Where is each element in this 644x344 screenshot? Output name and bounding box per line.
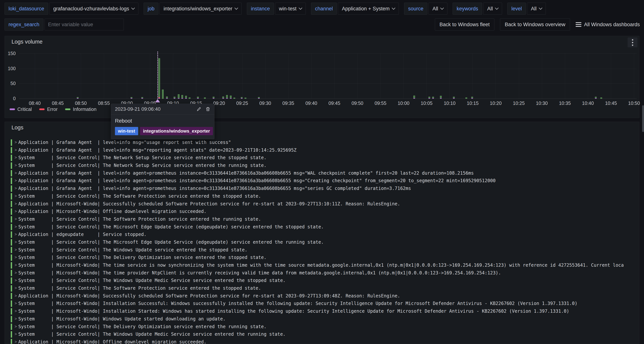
- page-scrollbar-thumb[interactable]: [642, 105, 644, 132]
- expand-chevron-icon[interactable]: >: [14, 186, 17, 190]
- variable-value-dropdown[interactable]: win-test: [275, 3, 306, 15]
- chart-bar-info[interactable]: [241, 97, 242, 98]
- log-row[interactable]: >System | Microsoft-Windo| Installation …: [5, 308, 639, 315]
- log-row[interactable]: >System | Service Control| The Software …: [5, 193, 639, 200]
- chart-bar-info[interactable]: [141, 97, 143, 98]
- log-row[interactable]: >Application | Grafana Agent | level=inf…: [5, 147, 639, 154]
- annotation-marker-icon[interactable]: [155, 99, 160, 102]
- expand-chevron-icon[interactable]: >: [14, 232, 17, 237]
- chart-bar-crit[interactable]: [413, 98, 415, 99]
- variable-value-dropdown[interactable]: All: [483, 3, 502, 15]
- chart-bar-info[interactable]: [413, 96, 415, 98]
- chart-bar-info[interactable]: [174, 97, 175, 98]
- variable-value-dropdown[interactable]: grafanacloud-vzhuravlevlabs-logs: [49, 3, 138, 15]
- legend-item-error[interactable]: Error: [39, 107, 58, 112]
- legend-item-information[interactable]: Information: [65, 107, 96, 112]
- variable-value-dropdown[interactable]: All: [527, 3, 546, 15]
- log-row[interactable]: >System | Microsoft-Windo| Installation …: [5, 300, 639, 308]
- expand-chevron-icon[interactable]: >: [14, 148, 17, 152]
- chart-bar-crit[interactable]: [141, 98, 143, 99]
- expand-chevron-icon[interactable]: >: [14, 263, 17, 267]
- back-to-windows-overview-button[interactable]: Back to Windows overview: [500, 18, 570, 30]
- chart-bar-crit[interactable]: [174, 98, 175, 99]
- chart-bar-info[interactable]: [428, 97, 430, 98]
- chart-bar-info[interactable]: [471, 97, 473, 98]
- expand-chevron-icon[interactable]: >: [14, 271, 17, 275]
- chart-bar-crit[interactable]: [230, 98, 232, 99]
- chart-bar-info[interactable]: [185, 96, 187, 98]
- chart-bar-info[interactable]: [226, 95, 228, 98]
- expand-chevron-icon[interactable]: >: [14, 255, 17, 260]
- log-row[interactable]: >System | Microsoft-Windo| The time prov…: [5, 269, 639, 277]
- chart-bar-info[interactable]: [197, 97, 199, 98]
- log-row[interactable]: >System | Service Control| The Network S…: [5, 154, 639, 162]
- expand-chevron-icon[interactable]: >: [14, 201, 17, 206]
- chart-bar-info[interactable]: [130, 97, 132, 98]
- chart-bar-crit[interactable]: [197, 98, 199, 99]
- expand-chevron-icon[interactable]: >: [14, 155, 17, 160]
- log-row[interactable]: >System | Service Control| The Delivery …: [5, 323, 639, 331]
- log-row[interactable]: >System | Microsoft-Windo| Windows Updat…: [5, 315, 639, 323]
- chart-bar-info[interactable]: [244, 98, 246, 99]
- variable-value-dropdown[interactable]: integrations/windows_exporter: [160, 3, 242, 15]
- chart-bar-crit[interactable]: [471, 98, 473, 99]
- chart-bar-crit[interactable]: [178, 98, 180, 99]
- log-row[interactable]: >Application | Microsoft-Windo| Offline …: [5, 208, 639, 216]
- chart-bar-crit[interactable]: [453, 98, 455, 99]
- chart-bar-crit[interactable]: [185, 98, 187, 99]
- expand-chevron-icon[interactable]: >: [14, 140, 17, 144]
- expand-chevron-icon[interactable]: >: [14, 224, 17, 229]
- chart-bar-crit[interactable]: [440, 98, 442, 99]
- log-row[interactable]: >Application | Microsoft-Windo| Successf…: [5, 292, 639, 300]
- chart-bar-info[interactable]: [440, 96, 442, 98]
- expand-chevron-icon[interactable]: >: [14, 309, 17, 313]
- chart-bar-crit[interactable]: [77, 98, 78, 99]
- expand-chevron-icon[interactable]: >: [14, 217, 17, 221]
- chart-bar-info[interactable]: [230, 96, 232, 98]
- chart-bar-info[interactable]: [189, 97, 190, 99]
- chart-bar-crit[interactable]: [595, 98, 596, 99]
- expand-chevron-icon[interactable]: >: [14, 171, 17, 175]
- annotation-tag[interactable]: win-test: [115, 127, 138, 135]
- annotation-tag[interactable]: integrations/windows_exporter: [140, 127, 213, 135]
- chart-bar-info[interactable]: [162, 90, 164, 99]
- chart-bar-err[interactable]: [158, 97, 160, 98]
- regex-search-input[interactable]: [44, 19, 124, 30]
- chart-bar-info[interactable]: [222, 97, 224, 98]
- log-row[interactable]: >System | Service Control| The Network S…: [5, 162, 639, 170]
- legend-item-critical[interactable]: Critical: [10, 107, 32, 112]
- chart-bar-info[interactable]: [258, 97, 260, 98]
- chart-bar-info[interactable]: [213, 97, 214, 98]
- expand-chevron-icon[interactable]: >: [14, 332, 17, 336]
- log-row[interactable]: >Application | Grafana Agent | level=inf…: [5, 139, 639, 147]
- chart-bar-crit[interactable]: [226, 98, 228, 99]
- expand-chevron-icon[interactable]: >: [14, 178, 17, 183]
- expand-chevron-icon[interactable]: >: [14, 317, 17, 321]
- chart-bar-crit[interactable]: [130, 98, 132, 99]
- log-row[interactable]: >System | Microsoft-Windo| The time serv…: [5, 262, 639, 269]
- log-row[interactable]: >Application | edgeupdate | Service stop…: [5, 231, 639, 239]
- chart-bar-crit[interactable]: [432, 98, 434, 99]
- log-row[interactable]: >Application | Grafana Agent | level=inf…: [5, 170, 639, 177]
- chart-bar-info[interactable]: [204, 97, 206, 99]
- log-row[interactable]: >Application | Microsoft-Windo| Offline …: [5, 338, 639, 344]
- log-row[interactable]: >Application | Grafana Agent | level=inf…: [5, 185, 639, 193]
- expand-chevron-icon[interactable]: >: [14, 294, 17, 298]
- expand-chevron-icon[interactable]: >: [14, 163, 17, 167]
- expand-chevron-icon[interactable]: >: [14, 324, 17, 329]
- log-row[interactable]: >System | Service Control| The Delivery …: [5, 254, 639, 262]
- chart-bar-info[interactable]: [158, 58, 160, 97]
- log-row[interactable]: >System | Service Control| The Windows U…: [5, 277, 639, 285]
- expand-chevron-icon[interactable]: >: [14, 278, 17, 283]
- log-row[interactable]: >Application | Grafana Agent | level=inf…: [5, 177, 639, 185]
- expand-chevron-icon[interactable]: >: [14, 301, 17, 306]
- variable-value-dropdown[interactable]: All: [428, 3, 447, 15]
- expand-chevron-icon[interactable]: >: [14, 240, 17, 244]
- chart-bar-crit[interactable]: [166, 98, 168, 99]
- chart-bar-crit[interactable]: [158, 98, 160, 99]
- log-row[interactable]: >System | Service Control| The Windows U…: [5, 331, 639, 338]
- expand-chevron-icon[interactable]: >: [14, 247, 17, 252]
- expand-chevron-icon[interactable]: >: [14, 286, 17, 290]
- all-windows-dashboards-link[interactable]: All Windows dashboards: [576, 22, 640, 27]
- edit-pencil-icon[interactable]: [196, 107, 202, 112]
